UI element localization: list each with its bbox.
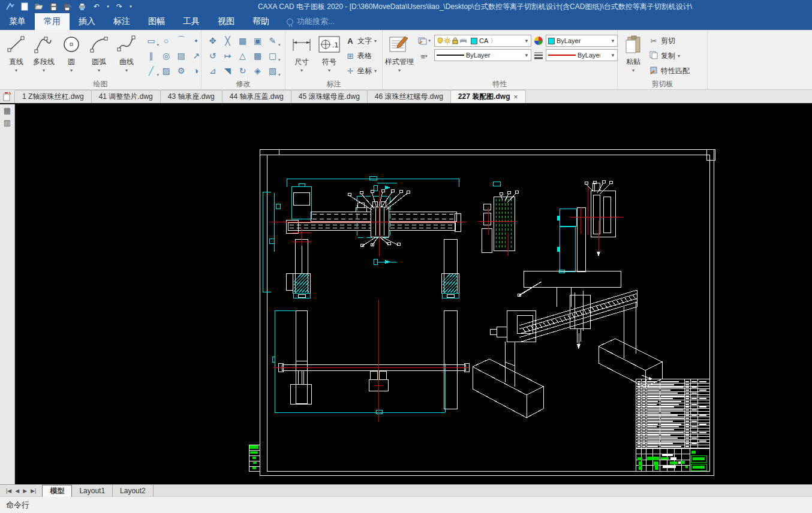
- save-as-icon[interactable]: [62, 2, 73, 11]
- scale-icon[interactable]: ⊿: [206, 64, 220, 78]
- chamfer-icon[interactable]: ◥: [221, 64, 235, 78]
- new-document-icon[interactable]: [0, 90, 14, 103]
- stretch-icon[interactable]: ▢▾: [266, 49, 280, 63]
- library-palette-icon[interactable]: ▦: [2, 105, 13, 115]
- rectangle-icon[interactable]: ▭▾: [144, 34, 158, 48]
- menu-tab-3[interactable]: 标注: [104, 13, 139, 30]
- color-wheel-icon[interactable]: [534, 36, 543, 46]
- array-icon[interactable]: ▦: [236, 34, 250, 48]
- edit-icon[interactable]: ✎▾: [266, 34, 280, 48]
- document-tab-4[interactable]: 45 滚珠螺母座.dwg: [291, 90, 368, 103]
- document-tab-3[interactable]: 44 轴承压盖.dwg: [222, 90, 291, 103]
- coordinate-button[interactable]: ✛ 坐标▾: [343, 64, 379, 78]
- linetype-combo[interactable]: ByLayer ▼: [434, 49, 531, 61]
- document-tab-1[interactable]: 41 调整垫片.dwg: [91, 90, 161, 103]
- formula-curve-icon[interactable]: ⌒: [174, 34, 188, 48]
- bom-table: [636, 375, 709, 471]
- function-search[interactable]: 功能搜索...: [287, 16, 335, 27]
- hatch-icon[interactable]: ▨: [159, 64, 173, 78]
- group-label-properties: 特性: [385, 78, 615, 91]
- ellipse-icon[interactable]: ○: [159, 34, 173, 48]
- layer-combo[interactable]: CA〉 ▼: [434, 35, 531, 47]
- circle-button[interactable]: 圆▾: [58, 31, 85, 78]
- document-tab-5[interactable]: 46 滚珠丝杠螺母.dwg: [367, 90, 451, 103]
- move-icon[interactable]: ✥: [206, 34, 220, 48]
- arrow-icon[interactable]: ↗: [189, 49, 203, 63]
- copy-icon[interactable]: ▣: [251, 34, 265, 48]
- fill-icon[interactable]: ▧▾: [266, 64, 280, 78]
- lineweight-combo-arrow-icon: ▼: [609, 53, 615, 58]
- cut-button[interactable]: ✂ 剪切: [646, 34, 692, 48]
- undo-dropdown-icon[interactable]: ▾: [106, 2, 110, 11]
- close-tab-icon[interactable]: ×: [514, 93, 518, 101]
- coordinate-icon: ✛: [345, 67, 355, 76]
- redo-dropdown-icon[interactable]: ▾: [128, 2, 133, 11]
- command-bar[interactable]: 命令行: [0, 496, 812, 513]
- cad-canvas[interactable]: [0, 104, 812, 484]
- ribbon-group-properties: 样式管理▾ ▾ ≡ ▾: [383, 30, 618, 89]
- color-combo[interactable]: ByLayer ▼: [546, 35, 618, 47]
- point-icon[interactable]: •: [189, 34, 203, 48]
- redo-icon[interactable]: ↷: [114, 2, 125, 11]
- new-file-icon[interactable]: [19, 2, 30, 11]
- style-manager-button[interactable]: 样式管理▾: [385, 31, 414, 78]
- copy-button[interactable]: 复制▾: [646, 49, 692, 63]
- undo-icon[interactable]: ↶: [91, 2, 102, 11]
- menu-tab-0[interactable]: 菜单: [0, 13, 35, 30]
- print-icon[interactable]: [77, 2, 88, 11]
- document-tab-0[interactable]: 1 Z轴滚珠丝杠.dwg: [14, 90, 92, 103]
- menu-tab-4[interactable]: 图幅: [139, 13, 174, 30]
- table-button[interactable]: ⊞ 表格: [343, 49, 379, 63]
- block-icon[interactable]: ◈: [251, 64, 265, 78]
- sketch-line-icon[interactable]: ╱▾: [144, 64, 158, 78]
- drawing-workspace[interactable]: ▦ ▥: [0, 104, 812, 484]
- gear-icon[interactable]: ⚙: [174, 64, 188, 78]
- layer-tool-icon[interactable]: ▾: [417, 35, 431, 47]
- bottom-view: [272, 300, 469, 422]
- properties-palette-icon[interactable]: ▥: [2, 117, 13, 127]
- dimension-button[interactable]: 尺寸▾: [288, 31, 315, 78]
- document-tab-6[interactable]: 227 装配图.dwg×: [450, 90, 526, 103]
- spline-button[interactable]: 曲线▾: [113, 31, 140, 78]
- search-bulb-icon: [287, 19, 293, 25]
- draw-big-label: 多段线: [33, 57, 55, 67]
- arc-icon: [89, 34, 109, 55]
- layout-tab-0[interactable]: 模型: [42, 485, 72, 497]
- hole-shaft-icon[interactable]: ▤: [174, 49, 188, 63]
- polygon-icon[interactable]: ◎: [159, 49, 173, 63]
- match-properties-button[interactable]: 特性匹配: [646, 64, 692, 78]
- symbol-button[interactable]: .1 符号▾: [315, 31, 343, 78]
- corner-icon[interactable]: ▩: [251, 49, 265, 63]
- polyline-button[interactable]: 多段线▾: [30, 31, 58, 78]
- first-layout-icon[interactable]: |◀: [6, 488, 11, 494]
- menu-tab-7[interactable]: 帮助: [243, 13, 278, 30]
- partial-view-icon[interactable]: ◑: [189, 64, 203, 78]
- rotate-copy-icon[interactable]: ↺: [206, 49, 220, 63]
- prev-layout-icon[interactable]: ◀: [15, 488, 19, 494]
- line-button[interactable]: 直线▾: [2, 31, 30, 78]
- lineweight-combo[interactable]: ByLayer ▼: [546, 49, 618, 61]
- paste-button[interactable]: 粘贴▾: [620, 31, 646, 78]
- extend-icon[interactable]: ↦: [221, 49, 235, 63]
- linetype-tool-icon[interactable]: ≡ ▾: [417, 50, 431, 62]
- parallel-line-icon[interactable]: ∥: [144, 49, 158, 63]
- text-button[interactable]: A 文字▾: [343, 34, 379, 48]
- save-icon[interactable]: [48, 2, 59, 11]
- menu-tab-1[interactable]: 常用: [35, 13, 70, 30]
- lineweight-sample: [548, 55, 576, 56]
- layout-tab-1[interactable]: Layout1: [72, 485, 113, 497]
- trim-icon[interactable]: ╳: [221, 34, 235, 48]
- next-layout-icon[interactable]: ▶: [23, 488, 27, 494]
- arc-button[interactable]: 圆弧▾: [85, 31, 113, 78]
- menu-tab-6[interactable]: 视图: [209, 13, 243, 30]
- document-tab-2[interactable]: 43 轴承座.dwg: [160, 90, 222, 103]
- last-layout-icon[interactable]: ▶|: [31, 488, 36, 494]
- menu-tab-5[interactable]: 工具: [174, 13, 209, 30]
- rotate-icon[interactable]: ↻: [236, 64, 250, 78]
- menu-tab-2[interactable]: 插入: [70, 13, 104, 30]
- mirror-icon[interactable]: △: [236, 49, 250, 63]
- open-file-icon[interactable]: [34, 2, 44, 11]
- lineweight-tool-icon[interactable]: [534, 51, 543, 59]
- line-icon: [7, 34, 25, 55]
- layout-tab-2[interactable]: Layout2: [113, 485, 154, 497]
